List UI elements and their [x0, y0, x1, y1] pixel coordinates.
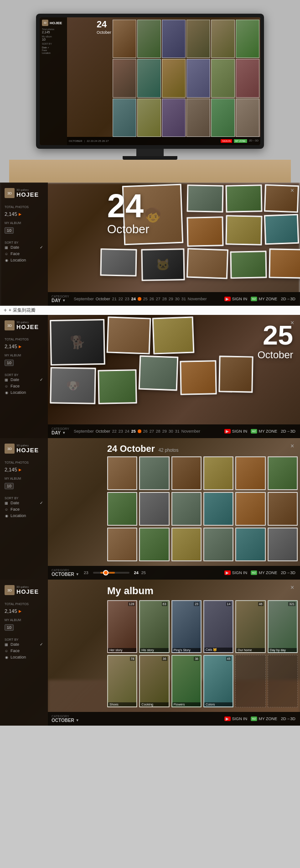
tl4-prev[interactable]: 23 — [84, 570, 88, 575]
album-his-story[interactable]: 63 His story — [139, 600, 169, 653]
panel3-day-selector[interactable]: DAY ▼ — [52, 430, 69, 435]
tl3-25-active[interactable]: 25 — [131, 429, 136, 434]
panel4-mode[interactable]: 2D→3D — [281, 570, 295, 575]
tl-24-active[interactable]: 24 — [131, 297, 136, 301]
grid-photo-9[interactable] — [171, 492, 202, 526]
album-shoes[interactable]: 78 Shoes — [107, 655, 137, 708]
collage3-photo-3[interactable] — [152, 316, 195, 354]
grid-photo-4[interactable] — [203, 456, 233, 490]
album-our-home[interactable]: 46 Our home — [235, 600, 265, 653]
panel3-signin[interactable]: ▶ SIGN IN — [224, 429, 248, 434]
grid-photo-6[interactable] — [268, 456, 298, 490]
grid-photo-14[interactable] — [139, 528, 169, 561]
panel3-close[interactable]: × — [288, 319, 296, 327]
tl3-26[interactable]: 26 — [143, 429, 148, 434]
panel4-sort-location[interactable]: ◉ Location — [5, 512, 43, 519]
album-day-by-day[interactable]: 321 Day by day — [268, 600, 298, 653]
tl-23[interactable]: 23 — [125, 297, 129, 301]
grid-photo-11[interactable] — [235, 492, 265, 526]
collage-photo-10[interactable] — [186, 248, 228, 279]
grid-photo-5[interactable] — [235, 456, 265, 490]
tl-31[interactable]: 31 — [181, 297, 186, 301]
panel4-month-selector[interactable]: OCTOBER ▼ — [52, 572, 79, 577]
grid-photo-3[interactable] — [171, 456, 202, 490]
panel5-sort-location[interactable]: ◉ Location — [5, 654, 43, 660]
album-empty-1[interactable] — [235, 655, 265, 708]
collage3-photo-4[interactable]: 🐶 — [50, 367, 96, 404]
tl-29[interactable]: 29 — [169, 297, 173, 301]
grid-photo-13[interactable] — [107, 528, 137, 561]
tl3-30[interactable]: 30 — [169, 429, 173, 434]
grid-photo-17[interactable] — [235, 528, 265, 561]
grid-photo-7[interactable] — [107, 492, 137, 526]
panel3-mode[interactable]: 2D→3D — [281, 429, 295, 434]
panel3-sort-face[interactable]: ☺ Face — [5, 383, 43, 389]
panel5-sort-date[interactable]: ▦ Date ✓ — [5, 641, 43, 648]
collage3-photo-7[interactable] — [180, 360, 217, 395]
album-box[interactable]: 10 — [5, 227, 14, 234]
tl3-sep[interactable]: September — [74, 429, 94, 434]
tl3-28[interactable]: 28 — [156, 429, 160, 434]
collage3-photo-2[interactable] — [107, 316, 151, 354]
timeline-nov[interactable]: November — [188, 297, 207, 301]
tl3-24[interactable]: 24 — [125, 429, 129, 434]
collage-photo-5[interactable] — [186, 216, 223, 246]
collage-photo-11[interactable] — [230, 251, 267, 278]
panel5-myzone[interactable]: MZ MY ZONE — [251, 716, 277, 721]
panel3-myzone[interactable]: MZ MY ZONE — [251, 429, 277, 434]
tl-30[interactable]: 30 — [175, 297, 180, 301]
timeline-oct[interactable]: October — [96, 297, 110, 301]
tl4-next[interactable]: 25 — [141, 570, 146, 575]
panel4-signin[interactable]: ▶ SIGN IN — [224, 570, 248, 575]
tl4-scrollbar-dot[interactable] — [103, 570, 109, 575]
tl3-22[interactable]: 22 — [112, 429, 117, 434]
panel5-album-box[interactable]: 10 — [5, 624, 14, 631]
panel4-sort-face[interactable]: ☺ Face — [5, 506, 43, 512]
panel4-album-box[interactable]: 10 — [5, 483, 14, 489]
tl-25[interactable]: 25 — [143, 297, 148, 301]
panel4-myzone[interactable]: MZ MY ZONE — [251, 570, 277, 575]
panel5-close[interactable]: × — [288, 583, 296, 591]
collage-photo-6[interactable] — [225, 215, 262, 245]
panel5-month-selector[interactable]: OCTOBER ▼ — [52, 718, 79, 723]
collage-photo-3[interactable] — [225, 184, 262, 212]
panel5-signin[interactable]: ▶ SIGN IN — [224, 716, 248, 721]
album-her-story[interactable]: 128 Her story — [107, 600, 137, 653]
album-empty-2[interactable] — [268, 655, 298, 708]
collage3-photo-5[interactable] — [98, 369, 137, 404]
grid-photo-16[interactable] — [203, 528, 233, 561]
album-pings-story[interactable]: 23 Ping's Story — [171, 600, 202, 653]
tl3-nov[interactable]: November — [181, 429, 201, 434]
collage-photo-8[interactable] — [100, 248, 137, 276]
grid-photo-8[interactable] — [139, 492, 169, 526]
grid-photo-18[interactable] — [268, 528, 298, 561]
tl3-23[interactable]: 23 — [119, 429, 123, 434]
collage3-photo-8[interactable] — [218, 356, 253, 392]
collage-photo-9[interactable]: 🐱 — [141, 248, 185, 281]
panel3-sort-date[interactable]: ▦ Date ✓ — [5, 376, 43, 383]
tl3-29[interactable]: 29 — [162, 429, 167, 434]
sign-in-button[interactable]: ▶ SIGN IN — [224, 297, 248, 301]
panel4-close[interactable]: × — [288, 442, 296, 450]
tl-21[interactable]: 21 — [112, 297, 117, 301]
collage-photo-2[interactable] — [186, 184, 223, 212]
sort-face[interactable]: ☺ Face — [5, 251, 43, 257]
panel4-sort-date[interactable]: ▦ Date ✓ — [5, 500, 43, 506]
tl3-31[interactable]: 31 — [175, 429, 180, 434]
grid-photo-15[interactable] — [171, 528, 202, 561]
panel5-mode[interactable]: 2D→3D — [281, 716, 295, 721]
grid-photo-12[interactable] — [268, 492, 298, 526]
sort-date[interactable]: ▦ Date ✓ — [5, 244, 43, 251]
tl-27[interactable]: 27 — [156, 297, 160, 301]
panel3-sort-location[interactable]: ◉ Location — [5, 389, 43, 396]
tl-22[interactable]: 22 — [119, 297, 123, 301]
tl-28[interactable]: 28 — [162, 297, 167, 301]
album-cooking[interactable]: 36 Cooking — [139, 655, 169, 708]
grid-photo-2[interactable] — [139, 456, 169, 490]
myzone-button[interactable]: MZ MY ZONE — [251, 297, 277, 301]
collage3-photo-6[interactable] — [139, 356, 179, 391]
collage3-photo-1[interactable]: 🐕 — [50, 319, 105, 366]
collage-photo-7[interactable] — [264, 214, 299, 245]
tl3-oct[interactable]: October — [96, 429, 110, 434]
close-button[interactable]: × — [288, 186, 296, 194]
